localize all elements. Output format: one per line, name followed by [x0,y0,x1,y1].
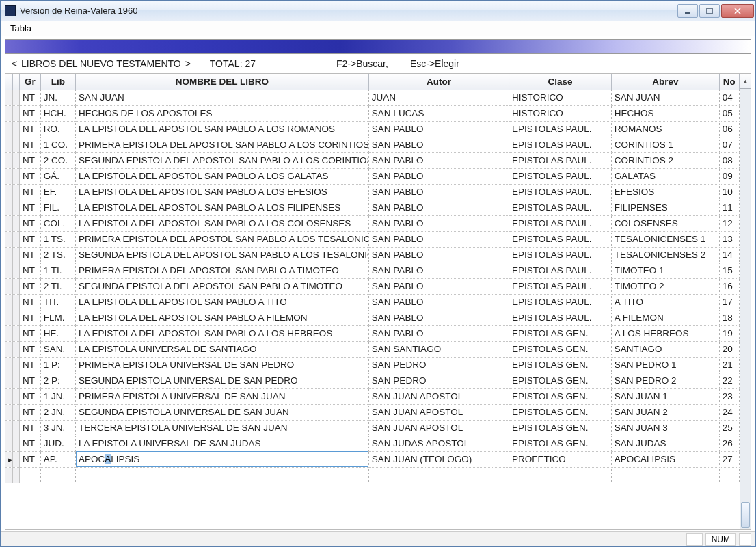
cell-gr[interactable]: NT [20,404,41,420]
row-marker2[interactable] [12,152,19,168]
cell-nombre[interactable]: SEGUNDA EPISTOLA UNIVERSAL DE SAN JUAN [76,404,369,420]
cell-gr[interactable]: NT [20,121,41,137]
cell-autor[interactable]: SAN PABLO [368,152,509,168]
table-row[interactable]: NT1 CO.PRIMERA EPISTOLA DEL APOSTOL SAN … [5,137,751,152]
cell-clase[interactable]: EPISTOLAS GEN. [509,341,612,357]
table-row[interactable]: NT2 JN.SEGUNDA EPISTOLA UNIVERSAL DE SAN… [5,404,751,420]
cell-autor[interactable]: SAN PABLO [368,184,509,200]
cell-gr[interactable]: NT [20,247,41,263]
row-marker2[interactable] [12,294,19,310]
cell-lib[interactable]: 2 JN. [40,404,75,420]
nav-prev[interactable]: < [10,58,18,69]
cell-autor[interactable]: SAN PEDRO [368,357,509,373]
cell-abrev[interactable]: SAN PEDRO 2 [611,373,719,388]
cell-abrev[interactable]: SAN JUAN 1 [611,388,719,404]
cell-lib[interactable]: 2 CO. [40,152,75,168]
col-clase[interactable]: Clase [509,74,612,90]
row-marker2[interactable] [12,247,19,263]
titlebar[interactable]: Versión de Reina-Valera 1960 [1,1,755,21]
cell-lib[interactable]: 1 JN. [40,388,75,404]
cell-autor[interactable]: SAN JUAN APOSTOL [368,404,509,420]
cell-abrev[interactable]: APOCALIPSIS [611,451,719,467]
scrollbar-thumb[interactable] [741,502,750,528]
row-marker2[interactable] [12,341,19,357]
cell-nombre[interactable]: LA EPISTOLA DEL APOSTOL SAN PABLO A LOS … [76,121,369,137]
cell-gr[interactable]: NT [20,215,41,231]
cell-nombre[interactable]: PRIMERA EPISTOLA DEL APOSTOL SAN PABLO A… [76,231,369,247]
row-marker[interactable] [5,373,12,388]
cell-autor[interactable]: SAN PABLO [368,294,509,310]
cell-autor[interactable]: SAN JUAN APOSTOL [368,388,509,404]
row-marker[interactable] [5,184,12,200]
nav-next[interactable]: > [184,58,192,69]
col-lib[interactable]: Lib [40,74,75,90]
row-marker2[interactable] [12,200,19,215]
cell-no[interactable]: 25 [719,420,739,436]
row-marker2[interactable] [12,451,19,467]
cell-no[interactable]: 22 [719,373,739,388]
table-row[interactable]: NTAP.APOCALIPSISSAN JUAN (TEOLOGO)PROFET… [5,451,751,467]
cell-nombre[interactable]: LA EPISTOLA UNIVERSAL DE SANTIAGO [76,341,369,357]
cell-abrev[interactable]: FILIPENSES [611,200,719,215]
cell-no[interactable]: 17 [719,294,739,310]
cell-lib[interactable]: 1 P: [40,357,75,373]
cell-no[interactable]: 24 [719,404,739,420]
cell-abrev[interactable]: SAN JUAN [611,90,719,105]
table-row[interactable]: NTFLM.LA EPISTOLA DEL APOSTOL SAN PABLO … [5,310,751,325]
minimize-button[interactable] [677,4,698,18]
cell-lib[interactable]: JN. [40,90,75,105]
cell-lib[interactable]: RO. [40,121,75,137]
cell-no[interactable]: 10 [719,184,739,200]
cell-clase[interactable]: EPISTOLAS GEN. [509,420,612,436]
cell-no[interactable]: 05 [719,105,739,121]
row-marker2[interactable] [12,263,19,278]
cell-abrev[interactable]: SAN JUAN 3 [611,420,719,436]
cell-no[interactable]: 15 [719,263,739,278]
cell-gr[interactable]: NT [20,388,41,404]
table-row[interactable]: NT2 TS.SEGUNDA EPISTOLA DEL APOSTOL SAN … [5,247,751,263]
cell-no[interactable]: 12 [719,215,739,231]
row-marker2[interactable] [12,420,19,436]
table-row[interactable]: NT2 TI.SEGUNDA EPISTOLA DEL APOSTOL SAN … [5,278,751,294]
cell-nombre[interactable]: SEGUNDA EPISTOLA DEL APOSTOL SAN PABLO A… [76,278,369,294]
row-marker[interactable] [5,404,12,420]
row-marker2[interactable] [12,373,19,388]
cell-autor[interactable]: SAN PABLO [368,247,509,263]
cell-nombre[interactable]: PRIMERA EPISTOLA UNIVERSAL DE SAN PEDRO [76,357,369,373]
row-marker2[interactable] [12,137,19,152]
col-gr[interactable]: Gr [20,74,41,90]
cell-nombre[interactable]: PRIMERA EPISTOLA DEL APOSTOL SAN PABLO A… [76,137,369,152]
cell-autor[interactable]: SAN PABLO [368,137,509,152]
row-marker2[interactable] [12,231,19,247]
cell-autor[interactable]: SAN JUAN (TEOLOGO) [368,451,509,467]
cell-gr[interactable]: NT [20,436,41,451]
cell-gr[interactable]: NT [20,152,41,168]
cell-autor[interactable]: SAN PEDRO [368,373,509,388]
cell-clase[interactable]: EPISTOLAS PAUL. [509,278,612,294]
cell-lib[interactable]: EF. [40,184,75,200]
table-row[interactable]: NTFIL.LA EPISTOLA DEL APOSTOL SAN PABLO … [5,200,751,215]
table-row[interactable]: NT1 P:PRIMERA EPISTOLA UNIVERSAL DE SAN … [5,357,751,373]
cell-lib[interactable]: HE. [40,325,75,341]
cell-no[interactable]: 23 [719,388,739,404]
row-marker[interactable] [5,215,12,231]
cell-nombre[interactable]: SEGUNDA EPISTOLA DEL APOSTOL SAN PABLO A… [76,152,369,168]
cell-abrev[interactable]: TESALONICENSES 2 [611,247,719,263]
scroll-up-icon[interactable]: ▲ [740,74,751,89]
cell-gr[interactable]: NT [20,341,41,357]
cell-lib[interactable]: FIL. [40,200,75,215]
cell-clase[interactable]: EPISTOLAS PAUL. [509,184,612,200]
cell-gr[interactable]: NT [20,90,41,105]
cell-gr[interactable]: NT [20,451,41,467]
cell-lib[interactable]: AP. [40,451,75,467]
row-marker2[interactable] [12,436,19,451]
cell-abrev[interactable]: ROMANOS [611,121,719,137]
table-row[interactable]: NTHCH.HECHOS DE LOS APOSTOLESSAN LUCASHI… [5,105,751,121]
row-marker2[interactable] [12,310,19,325]
cell-clase[interactable]: EPISTOLAS GEN. [509,373,612,388]
table-row[interactable]: NT1 JN.PRIMERA EPISTOLA UNIVERSAL DE SAN… [5,388,751,404]
cell-abrev[interactable]: GALATAS [611,168,719,184]
cell-clase[interactable]: EPISTOLAS GEN. [509,388,612,404]
cell-no[interactable]: 14 [719,247,739,263]
row-marker[interactable] [5,451,12,467]
